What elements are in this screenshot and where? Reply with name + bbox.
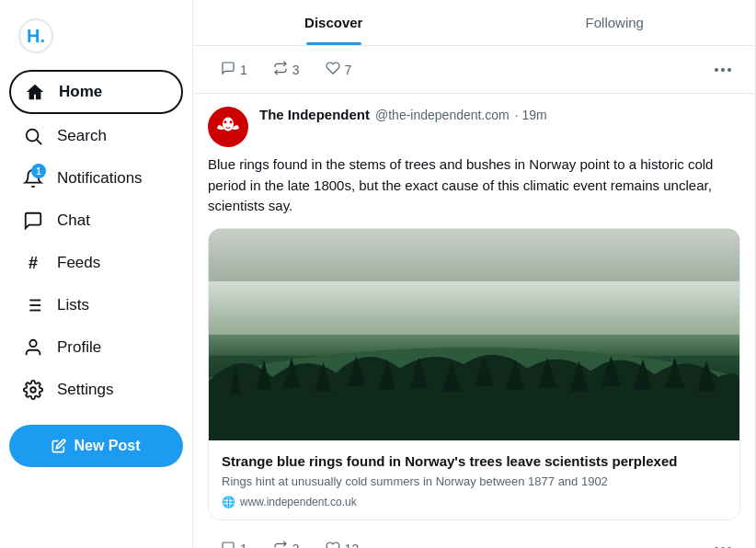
article-image xyxy=(209,229,739,440)
sidebar-item-lists-label: Lists xyxy=(57,296,89,314)
logo-area: H. xyxy=(9,11,183,68)
post-author: The Independent @the-independent.com · 1… xyxy=(259,107,547,122)
author-name[interactable]: The Independent xyxy=(259,107,370,122)
sidebar-item-feeds-label: Feeds xyxy=(57,254,100,272)
svg-point-12 xyxy=(230,120,233,123)
top-like-action[interactable]: 7 xyxy=(313,55,365,84)
sidebar-item-home-label: Home xyxy=(59,83,102,101)
repost-action[interactable]: 3 xyxy=(260,535,313,549)
article-title: Strange blue rings found in Norway's tre… xyxy=(222,451,727,471)
top-like-count: 7 xyxy=(345,63,352,77)
sidebar-item-search[interactable]: Search xyxy=(9,116,183,156)
avatar xyxy=(208,107,248,147)
sidebar-item-lists[interactable]: Lists xyxy=(9,285,183,325)
post-header: The Independent @the-independent.com · 1… xyxy=(208,107,740,147)
svg-point-11 xyxy=(224,120,227,123)
hill-layer xyxy=(209,314,739,440)
sidebar-item-settings[interactable]: Settings xyxy=(9,370,183,410)
search-icon xyxy=(22,125,44,147)
top-comment-count: 1 xyxy=(240,63,247,77)
sidebar-item-home[interactable]: Home xyxy=(9,70,183,114)
article-card[interactable]: Strange blue rings found in Norway's tre… xyxy=(208,228,740,520)
sidebar-item-search-label: Search xyxy=(57,127,107,145)
heart-icon xyxy=(326,61,340,78)
post-actions: 1 3 12 xyxy=(208,531,740,549)
forest-background xyxy=(209,229,739,440)
post-meta: The Independent @the-independent.com · 1… xyxy=(259,107,547,147)
sidebar-item-profile-label: Profile xyxy=(57,338,101,357)
top-action-bar: 1 3 7 xyxy=(193,46,755,94)
heart-action-icon xyxy=(326,541,340,549)
like-action[interactable]: 12 xyxy=(313,535,372,549)
svg-line-1 xyxy=(37,140,41,144)
settings-icon xyxy=(22,379,44,401)
new-post-label: New Post xyxy=(74,438,140,454)
sidebar-item-chat[interactable]: Chat xyxy=(9,200,183,241)
top-comment-action[interactable]: 1 xyxy=(208,55,260,84)
main-content: Discover Following 1 3 7 xyxy=(193,0,756,548)
sidebar-item-settings-label: Settings xyxy=(57,381,113,399)
post-time: · 19m xyxy=(515,108,547,122)
top-repost-action[interactable]: 3 xyxy=(260,55,313,84)
app-logo[interactable]: H. xyxy=(18,18,53,53)
dot3 xyxy=(727,68,731,72)
globe-icon: 🌐 xyxy=(222,496,235,508)
article-source: 🌐 www.independent.co.uk xyxy=(222,496,727,508)
article-subtitle: Rings hint at unusually cold summers in … xyxy=(222,474,727,488)
author-handle: @the-independent.com xyxy=(375,108,510,122)
home-icon xyxy=(24,81,46,103)
sidebar-item-notifications-label: Notifications xyxy=(57,169,143,188)
svg-point-10 xyxy=(223,118,234,131)
new-post-button[interactable]: New Post xyxy=(9,425,183,467)
profile-icon xyxy=(22,337,44,359)
svg-point-0 xyxy=(27,130,39,142)
comment-action-icon xyxy=(221,541,235,549)
tab-discover[interactable]: Discover xyxy=(193,0,475,45)
sidebar-item-feeds[interactable]: # Feeds xyxy=(9,243,183,283)
repost-icon xyxy=(273,61,288,78)
top-repost-count: 3 xyxy=(292,63,300,77)
sidebar-item-chat-label: Chat xyxy=(57,211,90,230)
hill-svg xyxy=(209,314,739,440)
like-count: 12 xyxy=(345,542,360,548)
sidebar-item-profile[interactable]: Profile xyxy=(9,327,183,368)
post-item: The Independent @the-independent.com · 1… xyxy=(193,94,755,548)
dot2 xyxy=(721,68,725,72)
more-options[interactable] xyxy=(705,542,740,548)
svg-point-9 xyxy=(30,387,36,393)
compose-icon xyxy=(52,439,66,453)
repost-action-icon xyxy=(273,541,288,549)
eagle-icon xyxy=(214,113,242,141)
lists-icon xyxy=(22,294,44,316)
tab-bar: Discover Following xyxy=(193,0,755,46)
post-text: Blue rings found in the stems of trees a… xyxy=(208,154,740,217)
sidebar: H. Home Search 1 Notifications Chat # Fe… xyxy=(0,0,193,548)
dot1 xyxy=(715,68,718,72)
comment-action[interactable]: 1 xyxy=(208,535,260,549)
repost-count: 3 xyxy=(292,542,300,548)
chat-icon xyxy=(22,210,44,232)
sidebar-item-notifications[interactable]: 1 Notifications xyxy=(9,158,183,199)
comment-icon xyxy=(221,61,235,78)
notification-badge: 1 xyxy=(31,164,46,178)
comment-count: 1 xyxy=(240,542,247,548)
top-more-options[interactable] xyxy=(705,63,740,77)
article-content: Strange blue rings found in Norway's tre… xyxy=(209,440,739,519)
source-url: www.independent.co.uk xyxy=(240,496,357,508)
feeds-icon: # xyxy=(22,252,44,274)
tab-following[interactable]: Following xyxy=(475,0,756,45)
svg-point-8 xyxy=(29,340,36,347)
